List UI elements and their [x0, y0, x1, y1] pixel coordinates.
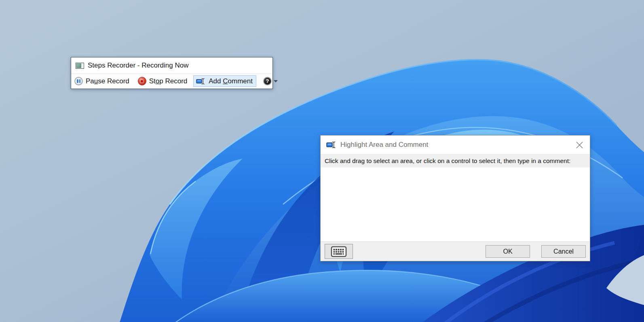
stop-icon — [138, 77, 146, 85]
recorder-titlebar[interactable]: Steps Recorder - Recording Now — [71, 57, 272, 74]
dialog-bottombar: OK Cancel — [321, 241, 590, 261]
steps-recorder-app-icon — [76, 63, 84, 69]
highlight-comment-icon — [196, 78, 206, 85]
pause-icon — [74, 77, 83, 85]
pause-record-label: Pause Record — [86, 77, 129, 85]
steps-recorder-window: Steps Recorder - Recording Now Pause Rec… — [71, 57, 273, 89]
recorder-toolbar: Pause Record Stop Record Add Comment ? — [71, 74, 272, 88]
app-icon-strip — [82, 64, 82, 68]
stop-record-button[interactable]: Stop Record — [138, 77, 188, 85]
dialog-title: Highlight Area and Comment — [340, 141, 574, 149]
keyboard-icon — [331, 246, 347, 257]
stop-record-label: Stop Record — [149, 77, 188, 85]
highlight-comment-dialog: Highlight Area and Comment Click and dra… — [320, 135, 590, 261]
comment-input[interactable] — [321, 167, 590, 241]
app-icon-screen — [76, 64, 81, 68]
keyboard-button[interactable] — [325, 244, 353, 259]
add-comment-label: Add Comment — [209, 77, 253, 85]
instruction-text: Click and drag to select an area, or cli… — [325, 157, 570, 165]
help-button[interactable]: ? — [263, 77, 278, 85]
chevron-down-icon[interactable] — [274, 80, 278, 83]
instruction-bar: Click and drag to select an area, or cli… — [321, 154, 590, 167]
highlight-comment-icon — [326, 141, 337, 149]
dialog-titlebar[interactable]: Highlight Area and Comment — [321, 136, 590, 154]
pause-record-button[interactable]: Pause Record — [74, 77, 129, 85]
close-icon — [576, 141, 583, 149]
help-icon: ? — [263, 77, 272, 85]
cancel-button[interactable]: Cancel — [541, 245, 586, 258]
add-comment-button[interactable]: Add Comment — [193, 75, 256, 87]
close-button[interactable] — [574, 139, 585, 150]
recorder-window-title: Steps Recorder - Recording Now — [88, 61, 188, 70]
ok-button[interactable]: OK — [486, 245, 530, 258]
